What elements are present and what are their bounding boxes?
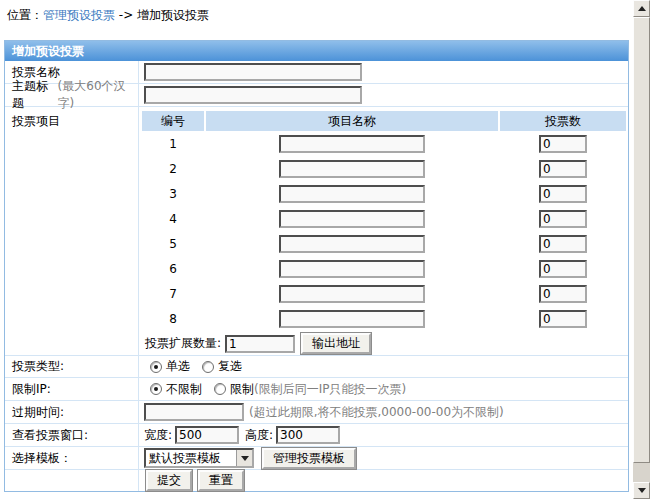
item-count-input[interactable] bbox=[539, 285, 587, 303]
item-count-input[interactable] bbox=[539, 185, 587, 203]
row-actions: 提交 重置 bbox=[5, 469, 628, 491]
vote-items-label: 投票项目 bbox=[12, 113, 60, 130]
item-number: 7 bbox=[142, 287, 204, 301]
item-number: 3 bbox=[142, 187, 204, 201]
item-number: 1 bbox=[142, 137, 204, 151]
item-name-input[interactable] bbox=[279, 285, 425, 303]
submit-button[interactable]: 提交 bbox=[146, 470, 192, 491]
expire-time-hint: (超过此期限,将不能投票,0000-00-00为不限制) bbox=[249, 404, 504, 421]
window-height-input[interactable] bbox=[276, 426, 340, 444]
window-width-label: 宽度: bbox=[144, 427, 172, 444]
item-count-input[interactable] bbox=[539, 310, 587, 328]
chevron-down-icon[interactable] bbox=[236, 450, 252, 466]
breadcrumb-current: 增加预设投票 bbox=[137, 8, 209, 22]
expand-count-input[interactable] bbox=[225, 335, 295, 353]
expire-time-input[interactable] bbox=[144, 403, 244, 421]
table-row: 8 bbox=[142, 306, 626, 331]
item-count-input[interactable] bbox=[539, 210, 587, 228]
radio-ip-limited[interactable] bbox=[214, 383, 226, 395]
template-select-value: 默认投票模板 bbox=[146, 450, 236, 467]
item-name-input[interactable] bbox=[279, 185, 425, 203]
item-name-input[interactable] bbox=[279, 135, 425, 153]
limit-ip-label: 限制IP: bbox=[12, 381, 51, 398]
vote-name-input[interactable] bbox=[144, 63, 362, 81]
breadcrumb-prefix: 位置： bbox=[7, 8, 43, 22]
item-number: 6 bbox=[142, 262, 204, 276]
panel-title: 增加预设投票 bbox=[5, 41, 628, 61]
item-count-input[interactable] bbox=[539, 235, 587, 253]
item-name-input[interactable] bbox=[279, 235, 425, 253]
expand-count-label: 投票扩展数量: bbox=[145, 335, 221, 352]
row-limit-ip: 限制IP: 不限制 限制 (限制后同一IP只能投一次票) bbox=[5, 377, 628, 400]
add-preset-vote-panel: 增加预设投票 投票名称 主题标题(最大60个汉字) 投票项目 编号 项目名称 投… bbox=[4, 40, 629, 492]
scroll-up-button[interactable] bbox=[633, 0, 650, 17]
output-address-button[interactable]: 输出地址 bbox=[301, 333, 371, 354]
item-name-input[interactable] bbox=[279, 210, 425, 228]
table-row: 3 bbox=[142, 181, 626, 206]
item-count-input[interactable] bbox=[539, 135, 587, 153]
radio-single-choice[interactable] bbox=[150, 361, 162, 373]
table-row: 5 bbox=[142, 231, 626, 256]
table-row: 6 bbox=[142, 256, 626, 281]
limit-ip-hint: (限制后同一IP只能投一次票) bbox=[254, 381, 406, 398]
down-arrow-icon bbox=[638, 488, 646, 497]
scroll-down-button[interactable] bbox=[633, 482, 650, 499]
item-name-input[interactable] bbox=[279, 310, 425, 328]
breadcrumb: 位置：管理预设投票 -> 增加预设投票 bbox=[7, 7, 209, 24]
window-height-label: 高度: bbox=[245, 427, 273, 444]
reset-button[interactable]: 重置 bbox=[198, 470, 244, 491]
radio-ip-limited-label: 限制 bbox=[230, 381, 254, 398]
radio-multi-choice-label: 复选 bbox=[218, 358, 242, 375]
expire-time-label: 过期时间: bbox=[12, 404, 64, 421]
radio-multi-choice[interactable] bbox=[202, 361, 214, 373]
vote-items-table: 编号 项目名称 投票数 1 2 3 bbox=[142, 111, 626, 356]
row-topic-title: 主题标题(最大60个汉字) bbox=[5, 83, 628, 106]
item-count-input[interactable] bbox=[539, 160, 587, 178]
item-number: 8 bbox=[142, 312, 204, 326]
breadcrumb-separator: -> bbox=[115, 8, 137, 22]
column-header-item-name: 项目名称 bbox=[206, 111, 498, 131]
row-vote-window: 查看投票窗口: 宽度: 高度: bbox=[5, 423, 628, 446]
row-vote-items: 投票项目 编号 项目名称 投票数 1 2 bbox=[5, 106, 628, 355]
row-select-template: 选择模板： 默认投票模板 管理投票模板 bbox=[5, 446, 628, 469]
vote-items-table-header: 编号 项目名称 投票数 bbox=[142, 111, 626, 131]
column-header-vote-count: 投票数 bbox=[500, 111, 626, 131]
breadcrumb-link-manage-votes[interactable]: 管理预设投票 bbox=[43, 8, 115, 22]
manage-templates-button[interactable]: 管理投票模板 bbox=[262, 448, 356, 469]
window-width-input[interactable] bbox=[175, 426, 239, 444]
radio-single-choice-label: 单选 bbox=[166, 358, 190, 375]
vertical-scrollbar[interactable] bbox=[633, 0, 650, 499]
scrollbar-thumb[interactable] bbox=[633, 17, 650, 463]
item-name-input[interactable] bbox=[279, 160, 425, 178]
page: 位置：管理预设投票 -> 增加预设投票 增加预设投票 投票名称 主题标题(最大6… bbox=[0, 0, 650, 499]
radio-ip-unlimited-label: 不限制 bbox=[166, 381, 202, 398]
vote-window-label: 查看投票窗口: bbox=[12, 427, 88, 444]
item-count-input[interactable] bbox=[539, 260, 587, 278]
table-row: 7 bbox=[142, 281, 626, 306]
item-number: 4 bbox=[142, 212, 204, 226]
topic-title-input[interactable] bbox=[144, 86, 362, 104]
table-row: 2 bbox=[142, 156, 626, 181]
row-vote-type: 投票类型: 单选 复选 bbox=[5, 355, 628, 377]
table-row: 1 bbox=[142, 131, 626, 156]
expand-count-row: 投票扩展数量: 输出地址 bbox=[142, 331, 626, 356]
up-arrow-icon bbox=[638, 2, 646, 11]
column-header-number: 编号 bbox=[142, 111, 204, 131]
row-expire-time: 过期时间: (超过此期限,将不能投票,0000-00-00为不限制) bbox=[5, 400, 628, 423]
template-select[interactable]: 默认投票模板 bbox=[144, 448, 254, 468]
select-template-label: 选择模板： bbox=[12, 450, 72, 467]
radio-ip-unlimited[interactable] bbox=[150, 383, 162, 395]
item-number: 2 bbox=[142, 162, 204, 176]
table-row: 4 bbox=[142, 206, 626, 231]
item-name-input[interactable] bbox=[279, 260, 425, 278]
vote-type-label: 投票类型: bbox=[12, 358, 64, 375]
item-number: 5 bbox=[142, 237, 204, 251]
